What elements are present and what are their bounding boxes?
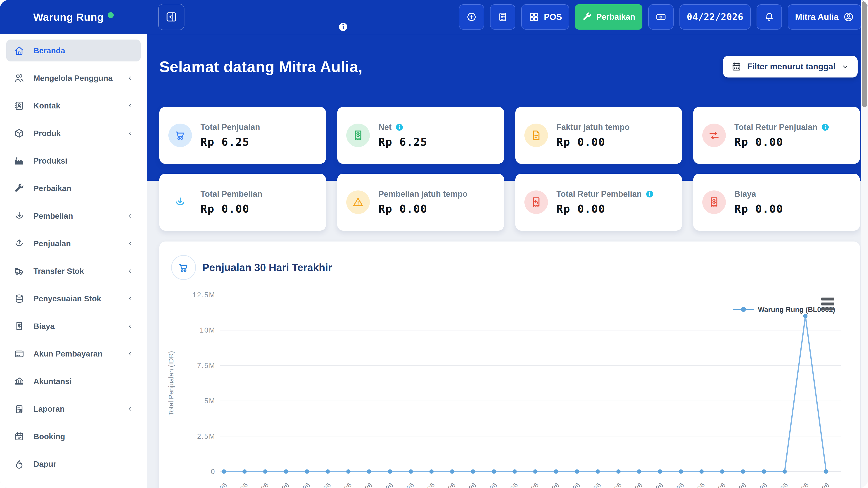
sidebar-item-label: Booking (33, 432, 65, 441)
stat-card-label: Total Penjualan (200, 123, 260, 132)
receipt-return-icon (524, 191, 548, 214)
sidebar-item-label: Transfer Stok (33, 267, 84, 275)
bell-icon (764, 11, 775, 22)
scrollbar-thumb[interactable] (862, 1, 867, 107)
sidebar-item-akun-pembayaran[interactable]: Akun Pembayaran (6, 343, 141, 365)
stat-card-value: Rp 6.25 (378, 135, 427, 148)
sidebar-item-mengelola-pengguna[interactable]: Mengelola Pengguna (6, 67, 141, 89)
stat-card-label: Total Pembelian (200, 189, 262, 199)
sidebar-item-pembelian[interactable]: Pembelian (6, 205, 141, 227)
cart-icon (168, 124, 192, 147)
register-button[interactable] (490, 4, 515, 30)
date-filter-button[interactable]: Filter menurut tanggal (723, 56, 858, 77)
grid-icon (528, 11, 539, 22)
panel-left-icon (165, 11, 178, 23)
stat-card-pembelian-jatuh-tempo: Pembelian jatuh tempoRp 0.00 (337, 174, 504, 231)
upload-icon (14, 238, 24, 249)
sidebar-collapse-button[interactable] (158, 4, 184, 30)
download-icon (14, 211, 24, 221)
stat-card-value: Rp 0.00 (735, 202, 783, 215)
bank-icon (14, 376, 24, 387)
sidebar-item-label: Beranda (33, 46, 65, 55)
stat-card-label: Total Retur Penjualan (735, 123, 830, 132)
chevron-left-icon (127, 102, 134, 109)
cash-button[interactable] (648, 4, 674, 30)
dash-icon (14, 486, 24, 488)
users-icon (14, 73, 24, 84)
perbaikan-button-label: Perbaikan (596, 12, 635, 22)
sidebar-item-penyesuaian-stok[interactable]: Penyesuaian Stok (6, 288, 141, 310)
stat-card-label: Total Retur Pembelian (557, 189, 654, 199)
cash-icon (655, 11, 666, 22)
stat-card-label: Biaya (735, 189, 783, 199)
date-button[interactable]: 04/22/2026 (680, 4, 751, 30)
warning-triangle-icon (346, 191, 370, 214)
sales-chart-card: 12.5M10M7.5M5M2.5M0Total Penjualan (IDR)… (159, 241, 860, 488)
sidebar-item-akuntansi[interactable]: Akuntansi (6, 370, 141, 392)
sidebar-item-label: Pembelian (33, 212, 73, 221)
chevron-left-icon (127, 323, 134, 330)
chevron-left-icon (127, 74, 134, 82)
sidebar-item-transfer-stok[interactable]: Transfer Stok (6, 260, 141, 282)
page-title: Selamat datang Mitra Aulia, (159, 58, 363, 75)
svg-text:Total Penjualan (IDR): Total Penjualan (IDR) (167, 351, 175, 416)
sidebar-item-partial[interactable] (6, 481, 141, 488)
sidebar-item-produk[interactable]: Produk (6, 122, 141, 144)
sidebar-item-dapur[interactable]: Dapur (6, 453, 141, 475)
chart-legend[interactable]: Warung Rung (BL0001) (733, 306, 835, 314)
sidebar-item-kontak[interactable]: Kontak (6, 95, 141, 117)
sidebar-item-label: Kontak (33, 101, 60, 110)
chevron-left-icon (127, 130, 134, 137)
perbaikan-button[interactable]: Perbaikan (575, 4, 643, 30)
sidebar-item-label: Penyesuaian Stok (33, 294, 101, 303)
file-invoice-icon (524, 124, 548, 147)
stat-card-value: Rp 6.25 (200, 135, 260, 148)
brand-name: Warung Rung (33, 11, 104, 23)
stat-card-net: NetRp 6.25 (337, 107, 504, 164)
sidebar-item-beranda[interactable]: Beranda (6, 39, 141, 61)
stat-card-value: Rp 0.00 (378, 202, 467, 215)
add-button[interactable] (459, 4, 484, 30)
sidebar-item-booking[interactable]: Booking (6, 425, 141, 447)
sidebar-item-label: Perbaikan (33, 184, 71, 193)
transfer-arrows-icon (702, 124, 726, 147)
info-icon[interactable] (821, 123, 830, 131)
receipt-dollar-icon (702, 191, 726, 214)
notifications-button[interactable] (756, 4, 782, 30)
svg-text:5M: 5M (204, 397, 215, 405)
sidebar-item-biaya[interactable]: Biaya (6, 315, 141, 337)
factory-icon (14, 156, 24, 166)
sidebar-item-penjualan[interactable]: Penjualan (6, 232, 141, 254)
chart-menu-icon[interactable] (821, 297, 834, 311)
sidebar-item-produksi[interactable]: Produksi (6, 150, 141, 172)
svg-text:2.5M: 2.5M (197, 432, 215, 440)
info-icon[interactable] (645, 190, 654, 198)
sidebar-item-label: Biaya (33, 322, 55, 331)
welcome-row: Selamat datang Mitra Aulia, Filter menur… (147, 34, 868, 86)
info-icon[interactable] (338, 22, 348, 32)
stat-card-value: Rp 0.00 (735, 135, 830, 148)
stat-cards: Total PenjualanRp 6.25NetRp 6.25Faktur j… (159, 107, 860, 231)
page-scrollbar[interactable] (861, 0, 868, 488)
calendar-icon (731, 61, 742, 72)
sidebar-item-label: Dapur (33, 459, 56, 468)
chevron-left-icon (127, 350, 134, 357)
chevron-left-icon (127, 295, 134, 302)
pos-button[interactable]: POS (521, 4, 569, 30)
app-window: Warung Rung BerandaMengelola PenggunaKon… (0, 0, 868, 488)
main-content: POSPerbaikan04/22/2026Mitra Aulia Selama… (147, 0, 868, 488)
sidebar-item-laporan[interactable]: Laporan (6, 398, 141, 420)
svg-text:10M: 10M (200, 326, 215, 334)
sidebar-item-label: Laporan (33, 404, 65, 414)
database-icon (14, 293, 24, 304)
download-icon (168, 191, 192, 214)
line-chart-svg: 12.5M10M7.5M5M2.5M0Total Penjualan (IDR)… (159, 241, 860, 488)
sidebar: Warung Rung BerandaMengelola PenggunaKon… (0, 0, 147, 488)
info-icon[interactable] (395, 123, 404, 131)
user-button[interactable]: Mitra Aulia (788, 4, 861, 30)
sidebar-menu: BerandaMengelola PenggunaKontakProdukPro… (0, 34, 147, 488)
sidebar-item-label: Akuntansi (33, 377, 72, 386)
stat-card-value: Rp 0.00 (200, 202, 262, 215)
calendar-check-icon (14, 431, 24, 442)
sidebar-item-perbaikan[interactable]: Perbaikan (6, 177, 141, 199)
